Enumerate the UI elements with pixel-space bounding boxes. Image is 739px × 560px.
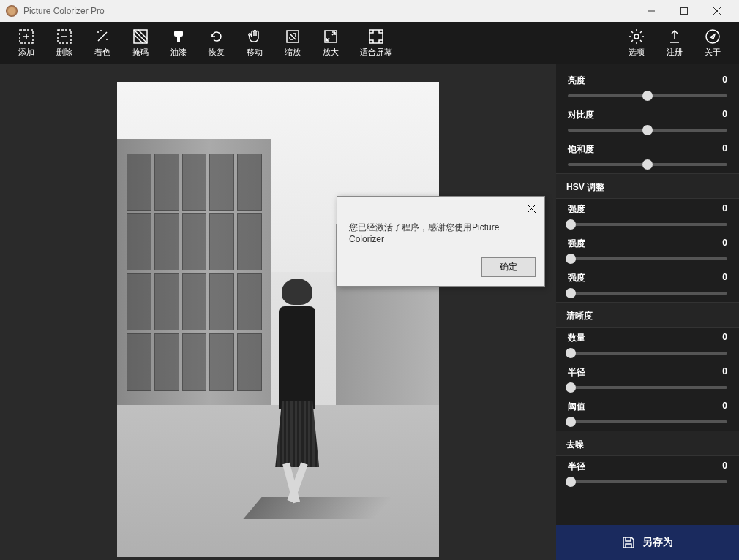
- tool-label: 适合屏幕: [360, 47, 392, 58]
- slider-track[interactable]: [568, 163, 727, 166]
- section-hsv: HSV 调整: [556, 173, 739, 199]
- app-icon: [6, 5, 18, 17]
- svg-line-9: [98, 32, 107, 41]
- tool-colorize[interactable]: 着色: [83, 25, 121, 61]
- tool-register[interactable]: 注册: [656, 25, 694, 61]
- slider-track[interactable]: [568, 94, 727, 97]
- slider-thumb[interactable]: [566, 219, 576, 230]
- slider-value: 0: [722, 366, 727, 379]
- slider-hsv-2: 强度 0: [556, 268, 739, 302]
- svg-rect-1: [680, 8, 687, 15]
- slider-thumb[interactable]: [566, 348, 576, 358]
- slider-thumb[interactable]: [566, 382, 576, 393]
- tool-label: 放大: [323, 47, 339, 58]
- tool-about[interactable]: 关于: [694, 25, 732, 61]
- window-controls: [634, 0, 733, 22]
- section-sharp: 清晰度: [556, 302, 739, 328]
- save-icon: [622, 536, 635, 549]
- svg-point-11: [106, 39, 108, 40]
- svg-rect-17: [174, 31, 183, 37]
- slider-thumb[interactable]: [642, 125, 653, 135]
- slider-track[interactable]: [568, 129, 727, 132]
- mask-icon: [132, 28, 149, 45]
- slider-value: 0: [722, 401, 727, 413]
- tool-label: 着色: [94, 47, 110, 58]
- gear-icon: [628, 28, 645, 45]
- slider-value: 0: [722, 109, 727, 121]
- tool-options[interactable]: 选项: [618, 25, 656, 61]
- canvas-area[interactable]: [0, 64, 556, 560]
- slider-value: 0: [722, 203, 727, 216]
- slider-track[interactable]: [568, 352, 727, 355]
- tool-paint[interactable]: 油漆: [160, 25, 198, 61]
- slider-thumb[interactable]: [566, 254, 576, 264]
- toolbar: 添加删除着色掩码油漆恢复移动缩放放大适合屏幕 选项注册关于: [0, 22, 739, 64]
- slider-track[interactable]: [568, 386, 727, 389]
- slider-thumb[interactable]: [566, 417, 576, 427]
- slider-track[interactable]: [568, 257, 727, 260]
- svg-point-22: [634, 34, 639, 39]
- wand-icon: [94, 28, 111, 45]
- slider-track[interactable]: [568, 420, 727, 423]
- slider-label: 强度: [568, 203, 585, 216]
- dialog-message: 您已经激活了程序，感谢您使用Picture Colorizer: [337, 216, 544, 257]
- tool-zoomin[interactable]: 放大: [312, 25, 350, 61]
- slider-value: 0: [722, 272, 727, 284]
- slider-denoise-0: 半径 0: [556, 456, 739, 491]
- slider-value: 0: [722, 332, 727, 344]
- add-icon: [18, 28, 35, 45]
- slider-basic-2: 饱和度 0: [556, 139, 739, 173]
- tool-fit[interactable]: 适合屏幕: [350, 25, 402, 61]
- slider-thumb[interactable]: [566, 477, 576, 487]
- slider-thumb[interactable]: [642, 91, 653, 101]
- slider-sharp-2: 阈值 0: [556, 396, 739, 431]
- tool-label: 油漆: [170, 47, 187, 58]
- slider-thumb[interactable]: [642, 159, 653, 170]
- slider-basic-0: 亮度 0: [556, 70, 739, 105]
- tool-label: 注册: [667, 47, 683, 58]
- svg-line-16: [138, 30, 147, 39]
- maximize-button[interactable]: [667, 0, 700, 22]
- svg-point-12: [100, 30, 102, 31]
- tool-add[interactable]: 添加: [7, 25, 45, 61]
- slider-track[interactable]: [568, 292, 727, 295]
- tool-mask[interactable]: 掩码: [121, 25, 160, 61]
- tool-move[interactable]: 移动: [236, 25, 274, 61]
- tool-label: 恢复: [209, 47, 225, 58]
- hand-icon: [246, 28, 263, 45]
- slider-label: 饱和度: [568, 143, 594, 156]
- tool-label: 缩放: [285, 47, 301, 58]
- image-canvas: [117, 82, 439, 557]
- dialog-ok-button[interactable]: 确定: [481, 257, 536, 277]
- slider-label: 半径: [568, 461, 585, 473]
- slider-value: 0: [722, 143, 727, 156]
- svg-rect-18: [177, 37, 180, 42]
- svg-rect-21: [370, 30, 383, 43]
- paint-icon: [170, 28, 187, 45]
- svg-point-10: [97, 31, 99, 33]
- close-button[interactable]: [700, 0, 733, 22]
- panel-scroll[interactable]: 亮度 0 对比度 0 饱和度 0 HSV 调整 强度 0 强度: [556, 64, 739, 525]
- slider-value: 0: [722, 75, 727, 87]
- slider-sharp-0: 数量 0: [556, 328, 739, 362]
- zoom-icon: [284, 28, 301, 45]
- undo-icon: [208, 28, 225, 45]
- tool-restore[interactable]: 恢复: [198, 25, 236, 61]
- tool-label: 掩码: [132, 47, 149, 58]
- window-title: Picture Colorizer Pro: [23, 6, 634, 16]
- tool-zoom[interactable]: 缩放: [274, 25, 312, 61]
- tool-label: 选项: [629, 47, 645, 58]
- slider-label: 半径: [568, 366, 585, 379]
- slider-label: 强度: [568, 272, 585, 284]
- dialog-close-button[interactable]: [524, 201, 539, 216]
- slider-track[interactable]: [568, 223, 727, 226]
- section-denoise: 去噪: [556, 431, 739, 456]
- save-as-button[interactable]: 另存为: [556, 525, 739, 560]
- slider-sharp-1: 半径 0: [556, 362, 739, 396]
- slider-thumb[interactable]: [566, 288, 576, 298]
- tool-delete[interactable]: 删除: [45, 25, 83, 61]
- expand-icon: [322, 28, 340, 45]
- minimize-button[interactable]: [634, 0, 667, 22]
- svg-line-15: [134, 34, 143, 43]
- slider-track[interactable]: [568, 480, 727, 483]
